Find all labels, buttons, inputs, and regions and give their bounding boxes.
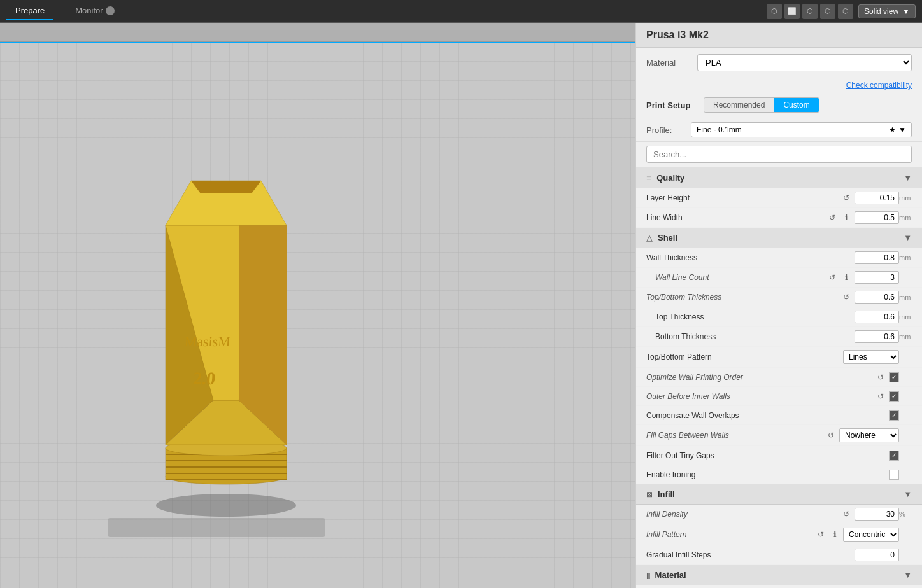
view-controls: ⬡ ⬜ ⬡ ⬡ ⬡ Solid view ▼ [767,4,916,19]
line-width-reset[interactable]: ↺ [826,212,838,223]
top-thickness-label: Top Thickness [646,312,852,321]
infill-pattern-reset[interactable]: ↺ [815,529,826,540]
layer-height-label: Layer Height [646,193,840,202]
infill-pattern-select[interactable]: Concentric Grid Lines Triangles [843,528,899,542]
outer-before-inner-label: Outer Before Inner Walls [646,392,875,401]
svg-marker-16 [191,181,261,193]
topbottom-thickness-input[interactable] [855,291,899,304]
infill-density-reset[interactable]: ↺ [840,508,852,520]
gradual-infill-label: Gradual Infill Steps [646,550,852,559]
viewport[interactable]: MasisM 2.0 [0,23,635,588]
chevron-down-icon: ▼ [898,125,906,134]
outer-before-inner-reset[interactable]: ↺ [875,391,886,402]
infill-pattern-label: Infill Pattern [646,530,815,539]
print-setup-row: Print Setup Recommended Custom [636,92,922,118]
wall-line-count-input[interactable] [855,271,899,284]
row-enable-ironing: Enable Ironing [636,465,922,484]
wall-line-count-label: Wall Line Count [646,273,826,282]
material-row: Material PLA PETG ABS [636,48,922,78]
wall-line-count-info[interactable]: ℹ [840,272,852,283]
line-width-unit: mm [899,214,912,221]
topbottom-thickness-controls: ↺ [840,291,852,303]
fill-gaps-controls: ↺ [825,430,837,441]
shell-title: Shell [658,233,904,242]
optimize-wall-label: Optimize Wall Printing Order [646,373,875,382]
view-icon-2[interactable]: ⬜ [784,4,800,19]
search-input[interactable] [646,146,912,163]
optimize-wall-reset[interactable]: ↺ [875,372,886,383]
profile-select[interactable]: Fine - 0.1mm ★ ▼ [691,122,912,137]
layer-height-unit: mm [899,194,912,202]
line-width-info[interactable]: ℹ [840,212,852,223]
optimize-wall-checkbox[interactable] [889,372,899,382]
infill-density-input[interactable] [855,508,899,521]
svg-point-0 [156,494,296,517]
fill-gaps-reset[interactable]: ↺ [825,430,837,441]
compensate-wall-checkbox[interactable] [889,410,899,421]
bottom-thickness-label: Bottom Thickness [646,332,852,341]
blue-line [0,42,635,43]
outer-before-inner-controls: ↺ [875,391,886,402]
filter-gaps-label: Filter Out Tiny Gaps [646,451,886,460]
row-fill-gaps: Fill Gaps Between Walls ↺ Nowhere Everyw… [636,425,922,446]
section-shell[interactable]: △ Shell ▼ [636,228,922,248]
bottom-thickness-input[interactable] [855,330,899,343]
right-panel: Prusa i3 Mk2 Material PLA PETG ABS Check… [635,23,922,588]
compensate-wall-label: Compensate Wall Overlaps [646,411,886,420]
search-row [636,142,922,167]
chevron-down-icon: ▼ [902,7,910,16]
star-icon: ★ [889,125,896,134]
section-infill[interactable]: ⊠ Infill ▼ [636,484,922,505]
wall-line-count-reset[interactable]: ↺ [826,272,838,283]
tab-monitor[interactable]: Monitor i [66,2,123,20]
infill-pattern-info[interactable]: ℹ [829,529,840,540]
layer-height-controls: ↺ [840,192,852,204]
gradual-infill-input[interactable] [855,549,899,561]
tab-prepare[interactable]: Prepare [6,2,53,20]
line-width-input[interactable] [855,211,899,224]
row-wall-line-count: Wall Line Count ↺ ℹ [636,268,922,288]
row-gradual-infill: Gradual Infill Steps [636,545,922,565]
quality-title: Quality [656,173,904,183]
tab-recommended[interactable]: Recommended [704,98,774,112]
topbottom-pattern-select[interactable]: Lines Concentric Zigzag [843,350,899,364]
setup-tabs: Recommended Custom [704,97,819,113]
compat-link[interactable]: Check compatibility [636,78,922,92]
line-width-label: Line Width [646,213,826,222]
tab-custom[interactable]: Custom [774,98,818,112]
view-dropdown[interactable]: Solid view ▼ [858,4,916,18]
row-optimize-wall: Optimize Wall Printing Order ↺ [636,368,922,387]
view-icon-4[interactable]: ⬡ [820,4,835,19]
material-chevron: ▼ [904,570,912,580]
infill-icon: ⊠ [646,490,653,499]
filter-gaps-checkbox[interactable] [889,451,899,461]
layer-height-reset[interactable]: ↺ [840,192,852,204]
view-icons: ⬡ ⬜ ⬡ ⬡ ⬡ [767,4,853,19]
row-print-temp: Printing Temperature ↺ ℹ °C [636,585,922,588]
section-material[interactable]: ||| Material ▼ [636,565,922,585]
row-wall-thickness: Wall Thickness mm [636,248,922,268]
quality-icon: ≡ [646,172,651,183]
profile-row: Profile: Fine - 0.1mm ★ ▼ [636,118,922,142]
panel-body[interactable]: Material PLA PETG ABS Check compatibilit… [636,48,922,588]
layer-height-input[interactable] [855,192,899,204]
top-thickness-input[interactable] [855,311,899,323]
view-icon-1[interactable]: ⬡ [767,4,782,19]
profile-label: Profile: [646,125,684,135]
material-select[interactable]: PLA PETG ABS [697,54,912,71]
view-icon-3[interactable]: ⬡ [802,4,818,19]
shell-icon: △ [646,233,653,242]
enable-ironing-label: Enable Ironing [646,470,886,479]
bottom-thickness-unit: mm [899,333,912,340]
enable-ironing-checkbox[interactable] [889,470,899,480]
topbottom-thickness-label: Top/Bottom Thickness [646,293,840,302]
row-topbottom-thickness: Top/Bottom Thickness ↺ mm [636,288,922,307]
line-width-controls: ↺ ℹ [826,212,852,223]
row-top-thickness: Top Thickness mm [636,307,922,327]
view-icon-5[interactable]: ⬡ [838,4,853,19]
fill-gaps-select[interactable]: Nowhere Everywhere Skin [839,428,899,442]
section-quality[interactable]: ≡ Quality ▼ [636,167,922,188]
topbottom-thickness-reset[interactable]: ↺ [840,291,852,303]
outer-before-inner-checkbox[interactable] [889,391,899,402]
wall-thickness-input[interactable] [855,251,899,264]
